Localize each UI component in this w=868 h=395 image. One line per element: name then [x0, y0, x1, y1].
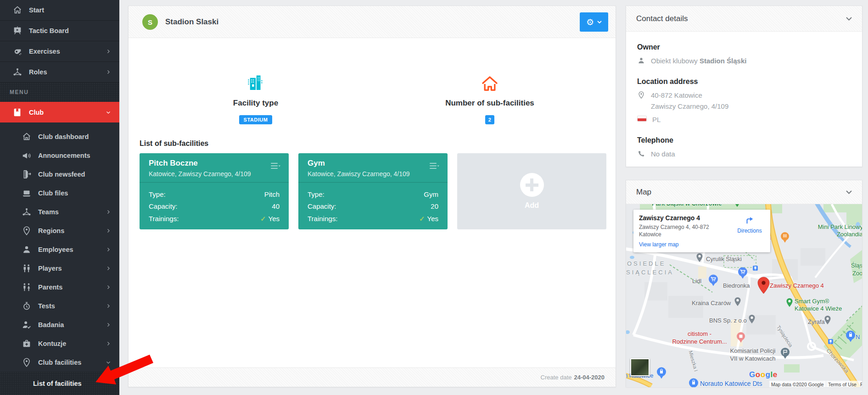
- sidebar-item-parents[interactable]: Parents: [0, 278, 119, 296]
- store-pin-icon[interactable]: [689, 378, 699, 387]
- subfacility-card-pitch-boczne[interactable]: Pitch Boczne Katowice, Zawiszy Czarnego,…: [140, 153, 289, 229]
- capacity-label: Capacity:: [308, 200, 336, 212]
- lidl-store-pin-icon[interactable]: [708, 274, 718, 286]
- subfacility-menu-button[interactable]: [271, 163, 280, 169]
- chevron-right-icon: [106, 284, 111, 290]
- sidebar-item-employees[interactable]: Employees: [0, 240, 119, 259]
- type-label: Type:: [308, 189, 325, 200]
- main-location-marker-icon[interactable]: [757, 277, 770, 294]
- facility-settings-button[interactable]: ⚙: [580, 12, 608, 32]
- sidebar-item-label: Club dashboard: [38, 133, 89, 140]
- sidebar-item-club-facilities[interactable]: Club facilities: [0, 353, 119, 372]
- directions-icon: [744, 215, 755, 225]
- buildings-icon: [187, 73, 325, 93]
- sidebar-item-exercises[interactable]: Exercises: [0, 41, 119, 62]
- map-header[interactable]: Map: [626, 180, 862, 204]
- view-larger-map-link[interactable]: View larger map: [639, 241, 678, 248]
- hierarchy-icon: [22, 207, 32, 217]
- gym-pin-icon[interactable]: [786, 298, 793, 307]
- sidebar-item-label: Exercises: [29, 48, 60, 55]
- sidebar-item-club[interactable]: Club: [0, 102, 119, 122]
- sidebar-item-label: Badania: [38, 321, 64, 328]
- subfacility-menu-button[interactable]: [430, 163, 439, 169]
- location-pin-icon: [22, 357, 32, 367]
- sidebar-item-club-newsfeed[interactable]: Club newsfeed: [0, 165, 119, 184]
- map-label-osiedle-2: SIĄCLECIA: [626, 269, 674, 276]
- terms-of-use-link[interactable]: Terms of Use: [826, 381, 858, 387]
- subfacility-card-header: Pitch Boczne Katowice, Zawiszy Czarnego,…: [140, 153, 289, 183]
- map-info-window: Zawiszy Czarnego 4 Zawiszy Czarnego 4, 4…: [633, 210, 770, 252]
- telephone-value: No data: [651, 149, 675, 159]
- owner-row: Obiekt klubowy Stadion Śląski: [637, 56, 851, 66]
- subfacility-card-header: Gym Katowice, Zawiszy Czarnego, 4/109: [298, 153, 448, 183]
- citistom-pin-icon[interactable]: [736, 332, 745, 343]
- map-title: Map: [636, 188, 651, 197]
- store-pin-icon[interactable]: [656, 367, 666, 379]
- map-label-kraina: Kraina Czarów: [692, 300, 731, 306]
- type-label: Type:: [149, 189, 166, 200]
- sidebar-item-regions[interactable]: Regions: [0, 221, 119, 240]
- report-link-cut[interactable]: R: [858, 381, 862, 387]
- sidebar-item-club-dashboard[interactable]: Club dashboard: [0, 127, 119, 146]
- create-date-value: 24-04-2020: [574, 374, 605, 381]
- directions-button[interactable]: Directions: [734, 215, 766, 234]
- chevron-down-icon: [106, 360, 111, 365]
- chevron-right-icon: [106, 266, 111, 271]
- satellite-view-toggle[interactable]: [630, 358, 650, 376]
- trainings-value: ✓Yes: [419, 213, 438, 225]
- subfacility-name: Pitch Boczne: [149, 159, 280, 168]
- sidebar-item-tests[interactable]: Tests: [0, 296, 119, 315]
- presentation-board-icon: [12, 26, 22, 36]
- country-row: PL: [637, 114, 851, 125]
- add-subfacility-button[interactable]: Add: [457, 153, 606, 229]
- poi-pin-icon[interactable]: [748, 314, 756, 324]
- sidebar-item-club-files[interactable]: Club files: [0, 184, 119, 202]
- sidebar-item-announcements[interactable]: Announcements: [0, 146, 119, 165]
- poi-pin-icon[interactable]: [696, 253, 703, 262]
- poi-pin-icon[interactable]: [734, 297, 741, 306]
- sidebar-item-kontuzje[interactable]: Kontuzje: [0, 334, 119, 353]
- sidebar-top-group: Start Tactic Board Exercises Roles: [0, 0, 119, 83]
- poi-pin-icon[interactable]: [824, 315, 831, 325]
- home-icon: [12, 5, 22, 15]
- store-pin-icon[interactable]: [846, 330, 856, 342]
- map-label-marker: Zawiszy Czarnego 4: [770, 282, 824, 289]
- map-label-n-poi: N: [856, 334, 860, 340]
- sidebar-item-start[interactable]: Start: [0, 0, 119, 21]
- map-label-komisariat: Komisariat PolicjiVII w Katowicach: [725, 347, 780, 363]
- sidebar-item-list-of-facilities[interactable]: List of facilities: [0, 372, 119, 395]
- sidebar-item-label: Parents: [38, 284, 62, 291]
- country-code: PL: [652, 114, 661, 125]
- check-icon: ✓: [419, 215, 425, 223]
- subfacility-card-gym[interactable]: Gym Katowice, Zawiszy Czarnego, 4/109 Ty…: [298, 153, 448, 229]
- restaurant-pin-icon[interactable]: [780, 232, 790, 243]
- sidebar-item-teams[interactable]: Teams: [0, 202, 119, 221]
- map-label-osiedle-1: OSIEDLE: [627, 260, 666, 267]
- hierarchy-icon: [12, 67, 22, 77]
- sidebar-item-roles[interactable]: Roles: [0, 62, 119, 83]
- telephone-row: No data: [637, 149, 851, 159]
- transit-station-icon[interactable]: [828, 339, 834, 345]
- sidebar-item-players[interactable]: Players: [0, 259, 119, 278]
- subfacility-count-badge: 2: [485, 115, 495, 124]
- biedronka-store-pin-icon[interactable]: [738, 267, 748, 279]
- map-label-citistom: citistom -Rodzinne Centrum...: [665, 330, 734, 346]
- map-label-bns: BNS Sp. z o.o: [709, 317, 747, 324]
- facility-detail-card: S Stadion Slaski ⚙ Facility type STADIUM…: [128, 6, 616, 387]
- facility-type-label: Facility type: [187, 99, 325, 108]
- transit-station-icon[interactable]: [753, 266, 758, 272]
- facility-title: Stadion Slaski: [165, 6, 218, 38]
- map-label-smart-gym: Smart Gym®Katowice 4 Wieże: [795, 298, 842, 313]
- stopwatch-icon: [22, 301, 32, 311]
- sidebar-club-submenu: Club dashboard Announcements Club newsfe…: [0, 122, 119, 372]
- sidebar-item-badania[interactable]: Badania: [0, 315, 119, 334]
- facility-avatar: S: [142, 14, 158, 30]
- subfacility-name: Gym: [308, 159, 438, 168]
- person-check-icon: [22, 320, 32, 330]
- map-canvas[interactable]: Park Śląski w Chorzowie Mini Park Linowy…: [626, 204, 862, 387]
- sidebar-item-tactic-board[interactable]: Tactic Board: [0, 21, 119, 41]
- door-exit-icon: [22, 169, 32, 179]
- police-pin-icon[interactable]: [780, 347, 790, 359]
- avatar-letter: S: [148, 18, 152, 26]
- contact-details-header[interactable]: Contact details: [626, 6, 862, 32]
